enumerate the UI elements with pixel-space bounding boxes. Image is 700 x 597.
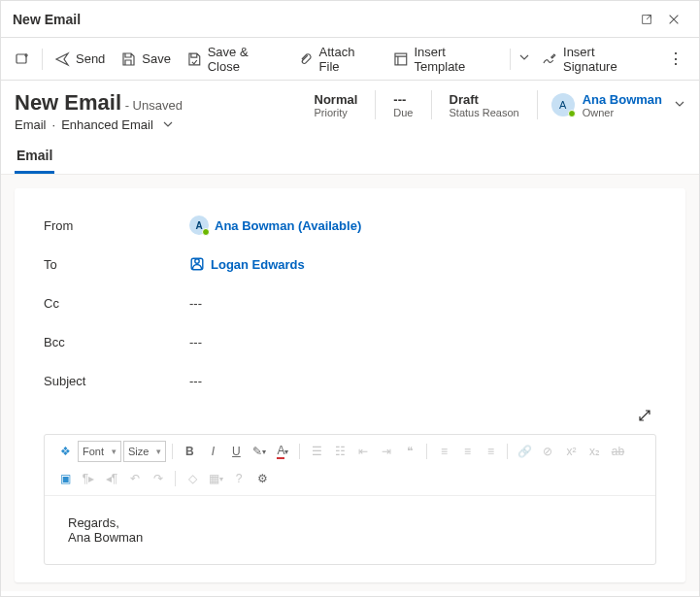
align-center-button[interactable]: ≡ [456, 441, 478, 462]
owner-avatar: A [551, 93, 575, 116]
redo-button[interactable]: ↷ [148, 468, 169, 489]
ltr-button[interactable]: ¶▸ [78, 468, 99, 489]
from-display: Ana Bowman (Available) [215, 218, 361, 233]
insert-image-button[interactable]: ▣ [54, 468, 76, 489]
avatar-initial: A [559, 99, 566, 111]
svg-rect-1 [395, 53, 407, 65]
bcc-field[interactable]: --- [189, 335, 202, 349]
separator [175, 471, 176, 486]
from-label: From [44, 218, 189, 233]
overflow-menu-button[interactable]: ⋮ [658, 46, 693, 73]
send-button[interactable]: Send [47, 46, 113, 73]
separator [426, 444, 427, 459]
presence-indicator-icon [202, 228, 210, 236]
save-close-button[interactable]: Save & Close [179, 39, 290, 80]
font-size-selector[interactable]: Size▾ [123, 441, 166, 462]
form-selector[interactable]: Enhanced Email [61, 117, 153, 132]
form-canvas: From A Ana Bowman (Available) To Logan E… [1, 175, 699, 591]
priority-value: Normal [315, 92, 358, 107]
superscript-button[interactable]: x² [560, 441, 582, 462]
priority-label: Priority [315, 107, 358, 118]
to-label: To [44, 257, 189, 272]
clear-format-button[interactable]: ◇ [182, 468, 203, 489]
save-label: Save [142, 51, 171, 66]
outdent-button[interactable]: ⇤ [352, 441, 374, 462]
undo-button[interactable]: ↶ [124, 468, 146, 489]
insert-signature-button[interactable]: Insert Signature [534, 39, 658, 80]
due-field[interactable]: --- Due [389, 92, 417, 118]
chevron-down-icon[interactable] [670, 98, 685, 113]
rtl-button[interactable]: ◂¶ [101, 468, 122, 489]
owner-field[interactable]: A Ana Bowman Owner [551, 92, 685, 118]
font-family-selector[interactable]: Font▾ [78, 441, 121, 462]
strikethrough-button[interactable]: ab [607, 441, 628, 462]
new-activity-button[interactable] [7, 46, 38, 73]
numbered-list-button[interactable]: ☷ [329, 441, 350, 462]
status-field[interactable]: Draft Status Reason [446, 92, 523, 118]
to-row: To Logan Edwards [44, 245, 656, 283]
expand-editor-button[interactable] [633, 404, 656, 430]
font-label: Font [83, 446, 104, 457]
save-button[interactable]: Save [113, 46, 179, 73]
title-bar: New Email [1, 1, 699, 38]
unlink-button[interactable]: ⊘ [537, 441, 558, 462]
separator [299, 444, 300, 459]
indent-button[interactable]: ⇥ [376, 441, 397, 462]
attach-file-button[interactable]: Attach File [290, 39, 385, 80]
highlight-button[interactable]: ✎▾ [249, 441, 270, 462]
format-painter-button[interactable]: ❖ [54, 441, 76, 462]
separator [537, 90, 538, 119]
tab-email[interactable]: Email [15, 140, 54, 174]
subject-field[interactable]: --- [189, 374, 202, 388]
bcc-row: Bcc --- [44, 322, 656, 361]
window-title: New Email [13, 12, 81, 27]
italic-button[interactable]: I [202, 441, 223, 462]
link-button[interactable]: 🔗 [514, 441, 535, 462]
cc-field[interactable]: --- [189, 296, 202, 311]
rich-text-editor: ❖ Font▾ Size▾ B I U ✎▾ A▾ ☰ ☷ ⇤ ⇥ ❝ ≡ ≡ … [44, 434, 656, 565]
insert-template-button[interactable]: Insert Template [385, 39, 507, 80]
record-header: New Email - Unsaved Email · Enhanced Ema… [1, 81, 699, 140]
command-bar: Send Save Save & Close Attach File Inser… [1, 38, 699, 81]
insert-signature-label: Insert Signature [563, 45, 650, 74]
subscript-button[interactable]: x₂ [583, 441, 605, 462]
owner-name: Ana Bowman [583, 92, 662, 107]
page-title: New Email [15, 90, 121, 115]
align-right-button[interactable]: ≡ [480, 441, 501, 462]
popout-icon[interactable] [633, 6, 660, 33]
close-icon[interactable] [660, 6, 687, 33]
template-dropdown-button[interactable] [515, 46, 534, 72]
separator [507, 444, 508, 459]
insert-template-label: Insert Template [414, 45, 498, 74]
due-value: --- [393, 92, 413, 107]
contact-icon [189, 256, 205, 272]
separator [172, 444, 173, 459]
separator [42, 49, 43, 70]
to-field[interactable]: Logan Edwards [189, 256, 305, 272]
from-field[interactable]: A Ana Bowman (Available) [189, 216, 361, 235]
font-color-button[interactable]: A▾ [272, 441, 293, 462]
priority-field[interactable]: Normal Priority [311, 92, 362, 118]
align-left-button[interactable]: ≡ [433, 441, 454, 462]
email-body-input[interactable]: Regards, Ana Bowman [45, 496, 655, 564]
chevron-down-icon[interactable] [159, 117, 173, 132]
cc-row: Cc --- [44, 283, 656, 322]
svg-point-2 [195, 259, 199, 263]
status-value: Draft [450, 92, 519, 107]
to-display: Logan Edwards [211, 257, 305, 272]
bold-button[interactable]: B [179, 441, 200, 462]
unsaved-indicator: - Unsaved [125, 98, 183, 113]
avatar-initial: A [195, 220, 202, 231]
blockquote-button[interactable]: ❝ [399, 441, 420, 462]
subject-row: Subject --- [44, 361, 656, 400]
save-close-label: Save & Close [208, 45, 283, 74]
breadcrumb-entity: Email [15, 117, 47, 132]
rte-toolbar: ❖ Font▾ Size▾ B I U ✎▾ A▾ ☰ ☷ ⇤ ⇥ ❝ ≡ ≡ … [45, 435, 655, 496]
tab-strip: Email [1, 140, 699, 175]
send-label: Send [76, 51, 105, 66]
accessibility-help-button[interactable]: ? [228, 468, 250, 489]
underline-button[interactable]: U [225, 441, 247, 462]
bullet-list-button[interactable]: ☰ [306, 441, 327, 462]
table-button[interactable]: ▦▾ [205, 468, 226, 489]
editor-settings-button[interactable]: ⚙ [251, 468, 273, 489]
